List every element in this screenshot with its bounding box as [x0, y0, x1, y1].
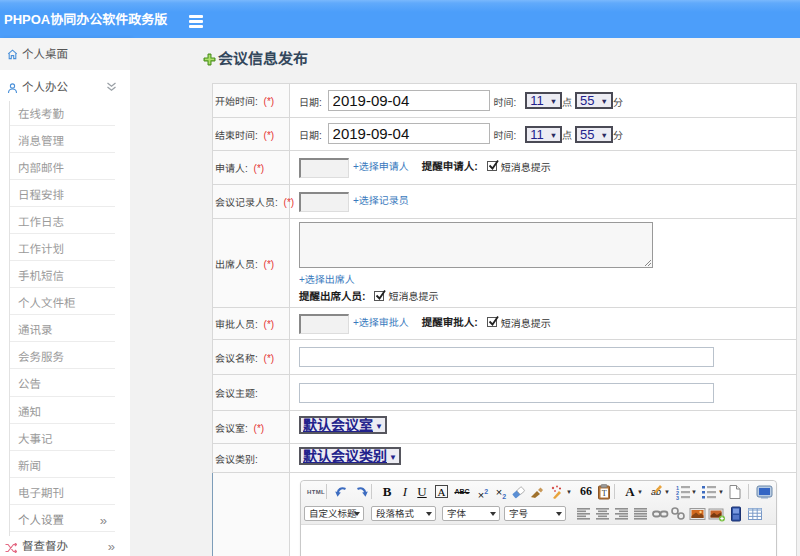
- svg-text:T: T: [602, 489, 607, 498]
- svg-text:3: 3: [676, 495, 679, 501]
